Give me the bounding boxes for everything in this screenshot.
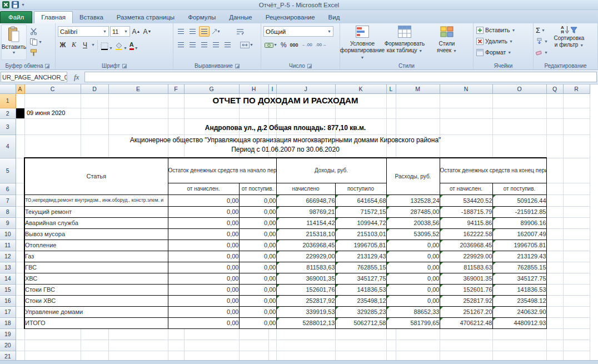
align-bottom-button[interactable]: [199, 26, 210, 37]
tab-insert[interactable]: Вставка: [73, 12, 110, 23]
format-cells-button[interactable]: Формат ▼: [475, 47, 532, 58]
value-cell[interactable]: 0,00: [239, 295, 276, 306]
column-header-Q[interactable]: Q: [546, 84, 563, 93]
value-cell[interactable]: 762855,15: [335, 262, 386, 273]
cell[interactable]: [546, 328, 563, 340]
value-cell[interactable]: 0,00: [168, 217, 239, 228]
row-header-8[interactable]: 8: [0, 206, 16, 217]
value-cell[interactable]: 0,00: [239, 206, 276, 217]
cell[interactable]: [24, 328, 81, 340]
row-header-18[interactable]: 18: [0, 317, 16, 328]
cell[interactable]: [108, 340, 168, 351]
article-cell[interactable]: ХВС: [24, 273, 168, 284]
cell[interactable]: [168, 340, 184, 351]
cell[interactable]: [563, 183, 590, 195]
copy-button[interactable]: ▼: [29, 37, 43, 47]
cell[interactable]: [268, 108, 276, 118]
article-cell[interactable]: Вывоз мусора: [24, 228, 168, 240]
cell[interactable]: [440, 328, 492, 340]
cell[interactable]: [546, 134, 563, 158]
cell[interactable]: [492, 108, 546, 118]
value-cell[interactable]: 5288012,13: [276, 317, 335, 328]
article-cell[interactable]: Стоки ГВС: [24, 284, 168, 295]
value-cell[interactable]: 0,00: [168, 251, 239, 262]
cell[interactable]: [16, 273, 24, 284]
value-cell[interactable]: 20038,56: [386, 217, 440, 228]
row-header-7[interactable]: 7: [0, 195, 16, 206]
value-cell[interactable]: 0,00: [239, 195, 276, 206]
increase-indent-button[interactable]: [222, 39, 233, 50]
cell[interactable]: [546, 306, 563, 317]
article-cell[interactable]: ИТОГО: [24, 317, 168, 328]
value-cell[interactable]: 345127,75: [335, 273, 386, 284]
increase-decimal-button[interactable]: ←.00: [301, 39, 313, 50]
row-header-16[interactable]: 16: [0, 295, 16, 306]
value-cell[interactable]: 0,00: [168, 206, 239, 217]
article-cell[interactable]: Текущий ремонт: [24, 206, 168, 217]
cell[interactable]: [276, 108, 335, 118]
tab-data[interactable]: Данные: [222, 12, 259, 23]
cell[interactable]: [546, 262, 563, 273]
cell[interactable]: [396, 351, 440, 360]
format-as-table-button[interactable]: Форматировать как таблицу ▼: [383, 24, 426, 60]
save-icon[interactable]: [12, 1, 19, 8]
value-cell[interactable]: 0,00: [239, 228, 276, 240]
autosum-button[interactable]: Σ▼: [535, 24, 549, 36]
row-header-12[interactable]: 12: [0, 251, 16, 262]
value-cell[interactable]: 0,00: [386, 251, 440, 262]
cut-button[interactable]: [29, 27, 43, 36]
row-header-17[interactable]: 17: [0, 306, 16, 317]
value-cell[interactable]: 4480912.93: [492, 317, 546, 328]
value-cell[interactable]: 581799,65: [386, 317, 440, 328]
cell[interactable]: [16, 317, 24, 328]
cell[interactable]: [563, 251, 590, 262]
value-cell[interactable]: 0,00: [386, 284, 440, 295]
value-cell[interactable]: 0,00: [386, 273, 440, 284]
cell[interactable]: [546, 158, 563, 183]
value-cell[interactable]: 229929,00: [276, 251, 335, 262]
cell[interactable]: [546, 284, 563, 295]
cell[interactable]: [16, 284, 24, 295]
cell[interactable]: [184, 351, 239, 360]
value-cell[interactable]: 213129,43: [335, 251, 386, 262]
cell[interactable]: [546, 251, 563, 262]
cell[interactable]: [335, 340, 386, 351]
value-cell[interactable]: 0,00: [239, 306, 276, 317]
cell[interactable]: [81, 351, 108, 360]
fill-color-button[interactable]: ▼: [114, 39, 128, 50]
column-header-N[interactable]: N: [440, 84, 492, 93]
value-cell[interactable]: 215103,01: [335, 228, 386, 240]
tab-page-layout[interactable]: Разметка страницы: [110, 12, 181, 23]
cell[interactable]: [276, 328, 335, 340]
cell[interactable]: [239, 340, 268, 351]
value-cell[interactable]: 0,00: [168, 228, 239, 240]
value-cell[interactable]: 2036968.45: [440, 240, 492, 251]
delete-cells-button[interactable]: Удалить ▼: [475, 36, 532, 47]
value-cell[interactable]: 132528,24: [386, 195, 440, 206]
value-cell[interactable]: 0,00: [168, 284, 239, 295]
insert-function-button[interactable]: fx: [67, 73, 84, 82]
cell[interactable]: [563, 317, 590, 328]
cell[interactable]: [335, 108, 386, 118]
bold-button[interactable]: Ж: [58, 39, 68, 50]
value-cell[interactable]: 152601.76: [440, 284, 492, 295]
row-header-3[interactable]: 3: [0, 118, 16, 134]
cell[interactable]: [16, 340, 24, 351]
cell[interactable]: [16, 183, 24, 195]
row-header-4[interactable]: 4: [0, 134, 16, 158]
formula-input[interactable]: [84, 72, 597, 82]
cell[interactable]: [546, 118, 563, 134]
format-painter-button[interactable]: [29, 48, 43, 57]
column-header-I[interactable]: I: [268, 84, 276, 93]
cell[interactable]: [239, 108, 268, 118]
article-cell[interactable]: Газ: [24, 251, 168, 262]
value-cell[interactable]: 1996705,81: [335, 240, 386, 251]
cell[interactable]: [81, 108, 108, 118]
value-cell[interactable]: 0,00: [168, 240, 239, 251]
value-cell[interactable]: 162222.58: [440, 228, 492, 240]
decrease-indent-button[interactable]: [211, 39, 221, 50]
italic-button[interactable]: К: [69, 39, 79, 50]
value-cell[interactable]: 252817,92: [276, 295, 335, 306]
cell[interactable]: [276, 351, 335, 360]
cell[interactable]: [386, 340, 396, 351]
